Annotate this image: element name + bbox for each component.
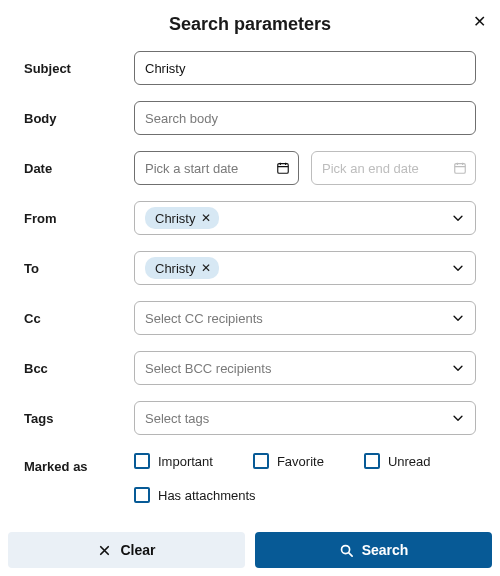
dialog-title: Search parameters xyxy=(0,0,500,51)
clear-button-label: Clear xyxy=(120,542,155,558)
chevron-down-icon xyxy=(451,311,465,325)
row-date: Date Pick a start date Pick an end date xyxy=(24,151,476,185)
check-favorite-label: Favorite xyxy=(277,454,324,469)
tags-select[interactable]: Select tags xyxy=(134,401,476,435)
svg-rect-0 xyxy=(278,164,289,174)
row-subject: Subject xyxy=(24,51,476,85)
from-chip-label: Christy xyxy=(155,211,195,226)
row-from: From Christy ✕ xyxy=(24,201,476,235)
bcc-select[interactable]: Select BCC recipients xyxy=(134,351,476,385)
checkbox-icon xyxy=(364,453,380,469)
search-button[interactable]: Search xyxy=(255,532,492,568)
chevron-down-icon xyxy=(451,261,465,275)
svg-rect-1 xyxy=(455,164,466,174)
start-date-input[interactable]: Pick a start date xyxy=(134,151,299,185)
check-unread-label: Unread xyxy=(388,454,431,469)
check-important[interactable]: Important xyxy=(134,453,213,469)
dialog-footer: Clear Search xyxy=(8,532,492,568)
label-date: Date xyxy=(24,161,134,176)
search-form: Subject Body Date Pick a start date Pick… xyxy=(0,51,500,503)
close-icon xyxy=(97,543,112,558)
chevron-down-icon xyxy=(451,411,465,425)
row-tags: Tags Select tags xyxy=(24,401,476,435)
check-has-attachments-label: Has attachments xyxy=(158,488,256,503)
row-body: Body xyxy=(24,101,476,135)
tags-placeholder: Select tags xyxy=(145,411,209,426)
row-marked-as: Marked as Important Favorite Unread Has … xyxy=(24,451,476,503)
calendar-icon xyxy=(276,161,290,175)
label-subject: Subject xyxy=(24,61,134,76)
end-date-placeholder: Pick an end date xyxy=(322,161,419,176)
search-icon xyxy=(339,543,354,558)
label-bcc: Bcc xyxy=(24,361,134,376)
row-bcc: Bcc Select BCC recipients xyxy=(24,351,476,385)
close-icon[interactable]: ✕ xyxy=(473,12,486,31)
chevron-down-icon xyxy=(451,211,465,225)
check-unread[interactable]: Unread xyxy=(364,453,431,469)
chevron-down-icon xyxy=(451,361,465,375)
label-tags: Tags xyxy=(24,411,134,426)
label-to: To xyxy=(24,261,134,276)
label-from: From xyxy=(24,211,134,226)
from-select[interactable]: Christy ✕ xyxy=(134,201,476,235)
check-has-attachments[interactable]: Has attachments xyxy=(134,487,256,503)
checkbox-icon xyxy=(134,453,150,469)
remove-chip-icon[interactable]: ✕ xyxy=(199,261,213,275)
to-chip: Christy ✕ xyxy=(145,257,219,279)
label-body: Body xyxy=(24,111,134,126)
check-favorite[interactable]: Favorite xyxy=(253,453,324,469)
cc-select[interactable]: Select CC recipients xyxy=(134,301,476,335)
from-chip: Christy ✕ xyxy=(145,207,219,229)
calendar-icon xyxy=(453,161,467,175)
to-select[interactable]: Christy ✕ xyxy=(134,251,476,285)
cc-placeholder: Select CC recipients xyxy=(145,311,263,326)
end-date-input[interactable]: Pick an end date xyxy=(311,151,476,185)
label-marked-as: Marked as xyxy=(24,451,134,474)
to-chip-label: Christy xyxy=(155,261,195,276)
clear-button[interactable]: Clear xyxy=(8,532,245,568)
search-button-label: Search xyxy=(362,542,409,558)
row-cc: Cc Select CC recipients xyxy=(24,301,476,335)
row-to: To Christy ✕ xyxy=(24,251,476,285)
checkbox-icon xyxy=(134,487,150,503)
remove-chip-icon[interactable]: ✕ xyxy=(199,211,213,225)
label-cc: Cc xyxy=(24,311,134,326)
start-date-placeholder: Pick a start date xyxy=(145,161,238,176)
body-input[interactable] xyxy=(134,101,476,135)
checkbox-icon xyxy=(253,453,269,469)
check-important-label: Important xyxy=(158,454,213,469)
bcc-placeholder: Select BCC recipients xyxy=(145,361,271,376)
subject-input[interactable] xyxy=(134,51,476,85)
